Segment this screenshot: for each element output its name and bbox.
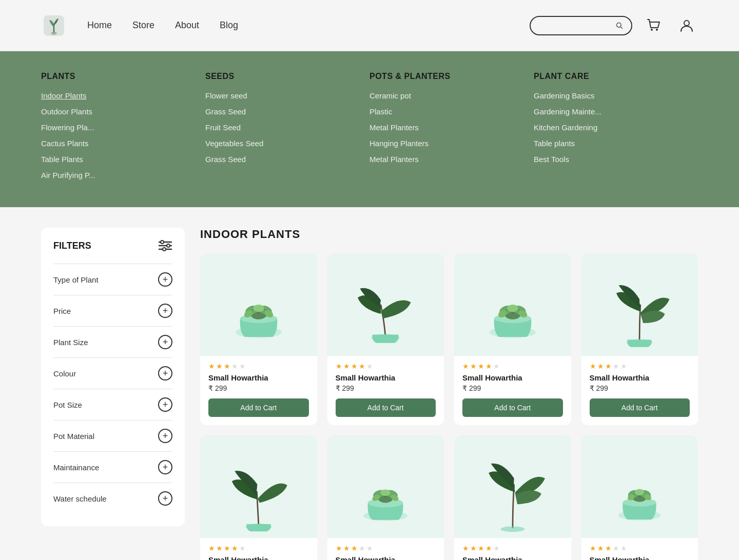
filter-maintainance-expand[interactable]: + [158,460,172,474]
cart-icon [646,17,662,34]
svg-point-6 [684,21,689,26]
star-3: ★ [605,544,612,552]
nav-about[interactable]: About [175,20,199,31]
dropdown-menu: PLANTS Indoor Plants Outdoor Plants Flow… [0,51,739,207]
dropdown-indoor-plants[interactable]: Indoor Plants [41,91,205,100]
filter-plant-size-label: Plant Size [53,338,88,347]
product-card-8: ★ ★ ★ ★ ★ Small Howarthia ₹ 299 Add to C… [581,435,698,560]
dropdown-outdoor-plants[interactable]: Outdoor Plants [41,107,205,116]
filter-type-of-plant[interactable]: Type of Plant + [53,264,172,295]
svg-point-10 [161,241,164,244]
svg-point-4 [651,29,653,31]
product-name-8: Small Howarthia [590,555,690,560]
dropdown-table-plants-care[interactable]: Table plants [534,139,698,148]
dropdown-vegetables-seed[interactable]: Vegetables Seed [205,139,369,148]
dropdown-metal-planters-1[interactable]: Metal Planters [369,123,534,132]
add-to-cart-btn-4[interactable]: Add to Cart [590,398,690,417]
product-card-3: ★ ★ ★ ★ ★ Small Howarthia ₹ 299 Add to C… [454,253,571,425]
star-5: ★ [239,362,246,370]
filter-maintainance[interactable]: Maintainance + [53,451,172,483]
star-4: ★ [613,362,619,370]
main-nav: Home Store About Blog [87,20,530,31]
filter-colour[interactable]: Colour + [53,357,172,389]
svg-point-46 [384,496,386,498]
product-card-5: ★ ★ ★ ★ ★ Small Howarthia ₹ 299 Add to C… [200,435,317,560]
dropdown-grass-seed-2[interactable]: Grass Seed [205,155,369,164]
filter-pot-size-expand[interactable]: + [158,397,172,412]
star-1: ★ [462,362,469,370]
svg-point-11 [167,244,170,247]
dropdown-gardening-maintenance[interactable]: Gardening Mainte... [534,107,698,116]
product-info-6: ★ ★ ★ ★ ★ Small Howarthia ₹ 299 [327,538,444,560]
product-name-5: Small Howarthia [208,555,309,560]
filter-price-expand[interactable]: + [158,304,172,318]
filter-type-of-plant-expand[interactable]: + [158,272,172,287]
star-4: ★ [613,544,619,552]
dropdown-flower-seed[interactable]: Flower seed [205,91,369,100]
search-box[interactable] [530,16,632,35]
dropdown-flowering-plants[interactable]: Flowering Pla... [41,123,205,132]
filter-water-schedule[interactable]: Water schedule + [53,483,172,514]
add-to-cart-btn-3[interactable]: Add to Cart [462,398,563,417]
svg-point-23 [264,309,265,311]
product-info-4: ★ ★ ★ ★ ★ Small Howarthia ₹ 299 [581,356,698,392]
product-stars-6: ★ ★ ★ ★ ★ [336,544,436,552]
svg-point-22 [252,309,254,311]
star-2: ★ [470,544,477,552]
filter-plant-size[interactable]: Plant Size + [53,326,172,357]
dropdown-cactus-plants[interactable]: Cactus Plants [41,139,205,148]
dropdown-plastic[interactable]: Plastic [369,107,534,116]
product-info-3: ★ ★ ★ ★ ★ Small Howarthia ₹ 299 [454,356,571,392]
product-info-2: ★ ★ ★ ★ ★ Small Howarthia ₹ 299 [327,356,444,392]
filter-maintainance-label: Maintainance [53,463,99,472]
filter-water-schedule-label: Water schedule [53,494,107,503]
product-image-8 [581,435,698,538]
dropdown-table-plants[interactable]: Table Plants [41,155,205,164]
filter-pot-material-expand[interactable]: + [158,429,172,443]
dropdown-fruit-seed[interactable]: Fruit Seed [205,123,369,132]
logo[interactable] [41,13,67,38]
filter-colour-expand[interactable]: + [158,366,172,381]
user-account-button[interactable] [675,14,698,37]
dropdown-gardening-basics[interactable]: Gardening Basics [534,91,698,100]
nav-blog[interactable]: Blog [220,20,238,31]
filters-title: FILTERS [53,241,91,251]
dropdown-hanging-planters[interactable]: Hanging Planters [369,139,534,148]
add-to-cart-btn-2[interactable]: Add to Cart [336,398,436,417]
search-input[interactable] [539,22,616,30]
dropdown-col-care: PLANT CARE Gardening Basics Gardening Ma… [534,72,698,187]
filter-plant-size-expand[interactable]: + [158,335,172,349]
add-to-cart-btn-1[interactable]: Add to Cart [208,398,309,417]
dropdown-ceramic-pot[interactable]: Ceramic pot [369,91,534,100]
product-card-4: ★ ★ ★ ★ ★ Small Howarthia ₹ 299 Add to C… [581,253,698,425]
product-image-6 [327,435,444,538]
nav-store[interactable]: Store [132,20,154,31]
product-image-4 [581,253,698,356]
product-stars-1: ★ ★ ★ ★ ★ [208,362,309,370]
product-price-1: ₹ 299 [208,384,309,392]
filter-lines-icon[interactable] [158,240,172,251]
dropdown-kitchen-gardening[interactable]: Kitchen Gardening [534,123,698,132]
dropdown-grass-seed-1[interactable]: Grass Seed [205,107,369,116]
filter-pot-size[interactable]: Pot Size + [53,389,172,420]
star-2: ★ [597,544,604,552]
star-1: ★ [336,544,342,552]
filter-water-schedule-expand[interactable]: + [158,491,172,506]
dropdown-air-purifying[interactable]: Air Purifying P... [41,171,205,179]
star-2: ★ [216,362,223,370]
product-info-1: ★ ★ ★ ★ ★ Small Howarthia ₹ 299 [200,356,317,392]
cart-button[interactable] [643,14,665,37]
dropdown-best-tools[interactable]: Best Tools [534,155,698,164]
star-3: ★ [351,362,358,370]
star-5: ★ [493,362,500,370]
filter-pot-material-label: Pot Material [53,432,94,441]
star-4: ★ [485,544,492,552]
star-1: ★ [208,362,215,370]
dropdown-metal-planters-2[interactable]: Metal Planters [369,155,534,164]
filter-pot-material[interactable]: Pot Material + [53,420,172,451]
nav-home[interactable]: Home [87,20,112,31]
product-card-7: ★ ★ ★ ★ ★ Small Howarthia ₹ 299 Add to C… [454,435,571,560]
filter-price[interactable]: Price + [53,295,172,326]
svg-point-35 [518,309,519,311]
product-stars-4: ★ ★ ★ ★ ★ [590,362,690,370]
